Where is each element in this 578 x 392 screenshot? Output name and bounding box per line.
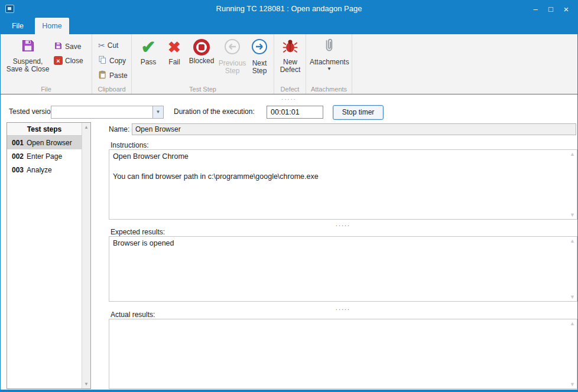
scroll-up-icon[interactable]: ▲ [570,151,575,157]
next-arrow-icon [251,38,268,58]
expected-results-label: Expected results: [111,228,165,236]
paste-label: Paste [109,71,128,80]
scroll-up-icon[interactable]: ▲ [82,125,90,130]
instructions-label: Instructions: [111,141,149,149]
test-steps-list: 001 Open Browser 002 Enter Page 003 Anal… [7,136,82,177]
paste-icon [98,70,107,81]
copy-button[interactable]: Copy [98,55,126,66]
duration-field[interactable]: 00:01:01 [267,106,323,119]
paste-button[interactable]: Paste [98,70,128,81]
scroll-down-icon[interactable]: ▼ [82,381,90,387]
titlebar: Running TC 128081 : Open andagon Page – … [1,0,577,18]
step-label: Enter Page [27,152,62,161]
suspend-save-close-label: Suspend, Save & Close [5,58,50,73]
window-controls: – □ × [528,0,574,18]
instructions-text: Open Browser Chrome You can find browser… [113,152,565,217]
copy-icon [98,55,107,66]
step-number: 002 [12,152,24,161]
close-label: Close [65,57,83,65]
scroll-up-icon[interactable]: ▲ [570,321,575,326]
step-item-003[interactable]: 003 Analyze [7,163,82,177]
ribbon-close-button[interactable]: × Close [54,56,83,65]
previous-step-label: Previous Step [218,60,246,75]
new-defect-button[interactable]: New Defect [277,38,304,74]
window-close-button[interactable]: × [558,4,574,14]
step-number: 001 [12,139,24,147]
fail-cross-icon: ✖ [163,38,186,57]
step-item-002[interactable]: 002 Enter Page [7,149,82,163]
name-label: Name: [109,125,129,133]
tab-file[interactable]: File [1,18,35,34]
attachments-button[interactable]: Attachments ▼ [310,38,349,71]
steps-scrollbar[interactable]: ▲ ▼ [82,123,90,388]
previous-step-button: Previous Step [218,38,246,75]
tab-home[interactable]: Home [35,18,69,34]
ribbon-group-attachments: Attachments ▼ Attachments [306,34,352,94]
save-suspend-icon [20,38,36,56]
previous-arrow-icon [223,38,241,58]
ribbon-group-clipboard: ✂ Cut Copy Paste Clipboard [92,34,132,94]
actual-results-label: Actual results: [111,311,155,319]
stop-timer-button[interactable]: Stop timer [333,105,384,120]
pass-button[interactable]: ✔ Pass [135,38,161,66]
fail-button[interactable]: ✖ Fail [163,38,186,66]
group-label-clipboard: Clipboard [92,86,131,93]
new-defect-label: New Defect [277,58,304,74]
test-steps-header: Test steps [7,123,82,136]
minimize-button[interactable]: – [528,5,543,14]
instructions-textbox[interactable]: Open Browser Chrome You can find browser… [109,149,577,220]
pass-check-icon: ✔ [135,38,161,57]
group-label-file: File [1,86,92,93]
save-label: Save [65,43,81,51]
ribbon-group-defect: New Defect Defect [274,34,306,94]
paperclip-icon [322,38,337,57]
duration-label: Duration of the execution: [174,107,255,116]
cut-label: Cut [108,41,119,50]
step-label: Open Browser [27,139,72,147]
attachments-dropdown-icon[interactable]: ▼ [310,66,349,71]
expected-results-textbox[interactable]: Browser is opened ▲ ▼ [109,236,577,302]
scissors-icon: ✂ [98,41,105,50]
test-steps-panel: Test steps 001 Open Browser 002 Enter Pa… [7,122,91,389]
group-label-teststep: Test Step [132,86,274,93]
ribbon-group-file: Suspend, Save & Close Save × Close File [1,34,92,94]
step-item-001[interactable]: 001 Open Browser [7,136,82,149]
tested-version-label: Tested version: [9,107,57,116]
name-field[interactable]: Open Browser [132,123,576,135]
blocked-stop-icon [193,39,210,55]
copy-label: Copy [109,57,126,65]
ribbon-group-teststep: ✔ Pass ✖ Fail Blocked Previous Step [132,34,274,94]
splitter-handle[interactable]: ..... [109,221,577,226]
pass-label: Pass [135,58,161,66]
tested-version-combobox[interactable]: ▼ [51,106,164,119]
cut-button[interactable]: ✂ Cut [98,41,118,50]
scroll-up-icon[interactable]: ▲ [570,238,575,244]
actual-results-text [113,321,565,387]
ribbon-resize-handle[interactable]: ..... [1,95,577,100]
blocked-label: Blocked [187,57,216,65]
scroll-down-icon[interactable]: ▼ [570,212,575,218]
maximize-button[interactable]: □ [543,5,558,14]
bug-icon [282,38,298,57]
suspend-save-close-button[interactable]: Suspend, Save & Close [5,38,50,73]
step-label: Analyze [27,166,52,174]
blocked-button[interactable]: Blocked [187,38,216,65]
scroll-down-icon[interactable]: ▼ [570,294,575,300]
group-label-defect: Defect [274,86,306,93]
close-x-icon: × [54,56,63,65]
window-title: Running TC 128081 : Open andagon Page [1,0,577,18]
next-step-button[interactable]: Next Step [248,38,271,75]
group-label-attachments: Attachments [306,86,352,93]
next-step-label: Next Step [248,60,271,75]
save-button[interactable]: Save [54,41,81,52]
scroll-down-icon[interactable]: ▼ [570,381,575,387]
actual-results-textbox[interactable]: ▲ ▼ [109,319,577,389]
splitter-handle[interactable]: ..... [109,305,577,310]
ribbon: Suspend, Save & Close Save × Close File … [1,34,577,94]
ribbon-tabrow: File Home [1,18,577,34]
step-number: 003 [12,166,24,174]
combobox-dropdown-icon[interactable]: ▼ [152,106,163,118]
attachments-label: Attachments [310,58,349,66]
save-icon [54,41,63,52]
app-window: Running TC 128081 : Open andagon Page – … [0,0,578,392]
